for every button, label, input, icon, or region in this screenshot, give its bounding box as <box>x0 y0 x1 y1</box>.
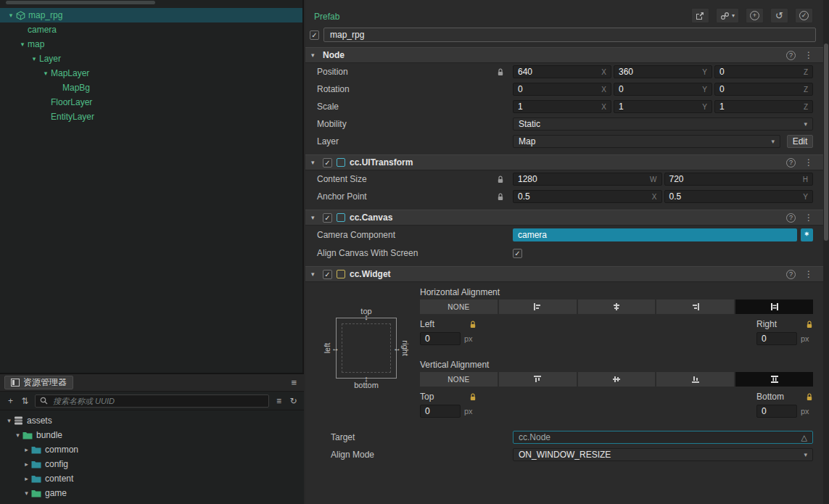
asset-item-assets[interactable]: ▾ assets <box>0 413 304 428</box>
hierarchy-horizontal-scrollbar[interactable] <box>6 1 155 4</box>
asset-item-bundle[interactable]: ▾ bundle <box>0 428 304 442</box>
help-icon[interactable]: ? <box>786 270 796 279</box>
caret-right-icon[interactable]: ▸ <box>22 460 31 468</box>
lock-icon[interactable] <box>497 68 504 76</box>
target-field[interactable]: cc.Node △ <box>513 431 813 444</box>
layer-edit-button[interactable]: Edit <box>787 135 813 148</box>
position-y-input[interactable]: 360Y <box>614 65 712 78</box>
anchor-x-input[interactable]: 0.5X <box>513 190 662 203</box>
v-align-none-button[interactable]: NONE <box>420 372 498 387</box>
top-input[interactable]: 0 <box>420 405 461 418</box>
bottom-input[interactable]: 0 <box>756 405 797 418</box>
caret-down-icon[interactable]: ▾ <box>13 431 22 439</box>
hierarchy-node-map[interactable]: ▾ map <box>0 37 302 51</box>
caret-down-icon[interactable]: ▾ <box>17 41 28 48</box>
right-input[interactable]: 0 <box>756 332 797 345</box>
caret-down-icon[interactable]: ▾ <box>311 270 318 278</box>
kebab-menu-icon[interactable]: ⋮ <box>804 269 813 279</box>
right-lock-icon[interactable] <box>806 321 813 329</box>
kebab-menu-icon[interactable]: ⋮ <box>804 50 813 60</box>
align-mode-select[interactable]: ON_WINDOW_RESIZE ▾ <box>513 448 813 461</box>
h-align-left-button[interactable] <box>499 299 577 314</box>
camera-component-field[interactable]: camera <box>513 228 797 241</box>
node-active-checkbox[interactable]: ✓ <box>310 30 319 40</box>
scrollbar-thumb[interactable] <box>824 44 828 241</box>
bottom-lock-icon[interactable] <box>806 393 813 401</box>
h-align-stretch-button[interactable] <box>735 299 813 314</box>
rotation-y-input[interactable]: 0Y <box>614 83 712 96</box>
hierarchy-node-camera[interactable]: camera <box>0 22 302 37</box>
v-align-bottom-button[interactable] <box>656 372 734 387</box>
h-align-none-button[interactable]: NONE <box>420 299 498 314</box>
sort-assets-icon[interactable]: ⇅ <box>20 396 30 406</box>
link-prefab-button[interactable]: ▾ <box>716 8 739 23</box>
undo-button[interactable]: ↺ <box>770 8 788 23</box>
position-x-input[interactable]: 640X <box>513 65 611 78</box>
v-align-top-button[interactable] <box>499 372 577 387</box>
widget-section-header[interactable]: ▾ ✓ cc.Widget ? ⋮ <box>305 266 823 282</box>
top-lock-icon[interactable] <box>469 393 477 401</box>
asset-item-common[interactable]: ▸ common <box>0 442 304 457</box>
uitransform-enabled-checkbox[interactable]: ✓ <box>323 158 332 168</box>
caret-down-icon[interactable]: ▾ <box>41 70 51 77</box>
scale-y-input[interactable]: 1Y <box>614 100 712 113</box>
assets-menu-icon[interactable]: ≡ <box>291 377 297 388</box>
content-size-w-input[interactable]: 1280W <box>513 173 662 186</box>
assets-tab[interactable]: 资源管理器 <box>4 376 73 389</box>
anchor-y-input[interactable]: 0.5Y <box>664 190 814 203</box>
content-size-h-input[interactable]: 720H <box>664 173 814 186</box>
hierarchy-node-entitylayer[interactable]: EntityLayer <box>0 110 302 124</box>
hierarchy-node-floorlayer[interactable]: FloorLayer <box>0 95 302 110</box>
mobility-select[interactable]: Static▾ <box>513 117 813 131</box>
hierarchy-node-layer[interactable]: ▾ Layer <box>0 51 302 66</box>
help-icon[interactable]: ? <box>786 158 796 168</box>
caret-down-icon[interactable]: ▾ <box>311 51 318 59</box>
kebab-menu-icon[interactable]: ⋮ <box>804 212 813 223</box>
caret-down-icon[interactable]: ▾ <box>4 417 14 424</box>
canvas-enabled-checkbox[interactable]: ✓ <box>323 213 332 223</box>
assets-search-input[interactable] <box>51 396 264 406</box>
caret-down-icon[interactable]: ▾ <box>29 55 39 62</box>
caret-down-icon[interactable]: ▾ <box>22 489 31 497</box>
hierarchy-node-maplayer[interactable]: ▾ MapLayer <box>0 66 302 80</box>
rotation-x-input[interactable]: 0X <box>513 83 611 96</box>
caret-right-icon[interactable]: ▸ <box>22 446 31 453</box>
node-name-field[interactable]: map_rpg <box>323 28 816 42</box>
inspector-scrollbar[interactable] <box>823 0 829 504</box>
scale-z-input[interactable]: 1Z <box>714 100 813 113</box>
asset-item-config[interactable]: ▸ config <box>0 457 304 471</box>
asset-item-game[interactable]: ▾ game <box>0 486 304 500</box>
left-input[interactable]: 0 <box>420 332 461 345</box>
canvas-section-header[interactable]: ▾ ✓ cc.Canvas ? ⋮ <box>305 210 823 226</box>
scale-x-input[interactable]: 1X <box>513 100 611 113</box>
uitransform-section-header[interactable]: ▾ ✓ cc.UITransform ? ⋮ <box>305 154 823 170</box>
position-z-input[interactable]: 0Z <box>714 65 813 78</box>
open-prefab-asset-button[interactable] <box>691 8 709 23</box>
refresh-assets-icon[interactable]: ↻ <box>289 396 298 406</box>
lock-icon[interactable] <box>497 193 504 201</box>
add-asset-icon[interactable]: + <box>6 396 15 406</box>
node-section-header[interactable]: ▾ Node ? ⋮ <box>305 47 823 63</box>
asset-item-content[interactable]: ▸ content <box>0 471 304 486</box>
caret-down-icon[interactable]: ▾ <box>311 159 318 166</box>
align-canvas-checkbox[interactable]: ✓ <box>513 249 522 258</box>
v-align-stretch-button[interactable] <box>735 372 813 387</box>
caret-right-icon[interactable]: ▸ <box>22 475 31 482</box>
h-align-right-button[interactable] <box>656 299 734 314</box>
camera-picker-icon[interactable]: ＊ <box>801 228 813 241</box>
assets-search[interactable] <box>35 394 269 408</box>
rotation-z-input[interactable]: 0Z <box>714 83 813 96</box>
layer-select[interactable]: Map▾ <box>513 135 780 148</box>
filter-assets-icon[interactable]: ≡ <box>274 396 284 406</box>
v-align-middle-button[interactable] <box>578 372 656 387</box>
left-lock-icon[interactable] <box>469 321 477 329</box>
caret-down-icon[interactable]: ▾ <box>311 214 318 221</box>
apply-prefab-button[interactable]: ✓ <box>795 8 813 23</box>
add-component-header-button[interactable]: + <box>746 8 764 23</box>
hierarchy-node-map_rpg[interactable]: ▾ map_rpg <box>0 8 302 22</box>
lock-icon[interactable] <box>497 175 504 183</box>
widget-enabled-checkbox[interactable]: ✓ <box>323 270 332 279</box>
h-align-center-button[interactable] <box>578 299 656 314</box>
kebab-menu-icon[interactable]: ⋮ <box>804 157 813 168</box>
hierarchy-node-mapbg[interactable]: MapBg <box>0 80 302 95</box>
